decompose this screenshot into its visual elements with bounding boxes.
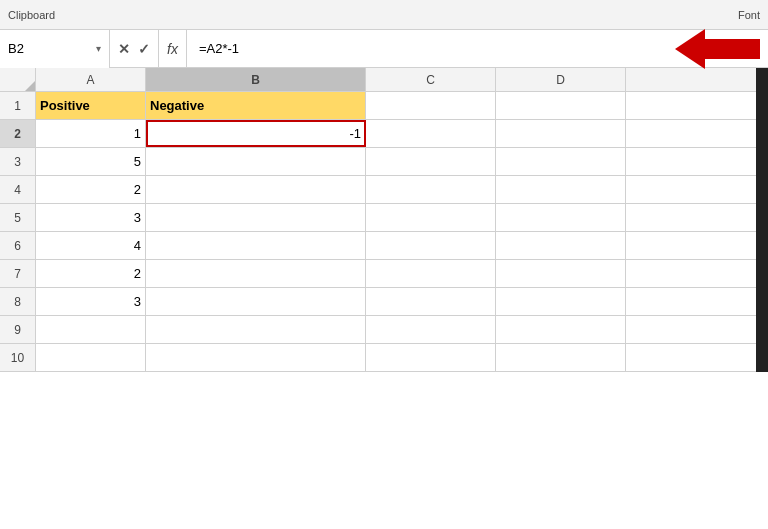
row-num-10: 10 <box>0 344 36 371</box>
row-num-9: 9 <box>0 316 36 343</box>
cell-a1[interactable]: Positive <box>36 92 146 119</box>
cell-a10[interactable] <box>36 344 146 371</box>
col-header-b[interactable]: B <box>146 68 366 91</box>
arrow-tip <box>675 29 705 69</box>
table-row: 4 2 <box>0 176 768 204</box>
cell-b6[interactable] <box>146 232 366 259</box>
fx-label: fx <box>159 30 187 68</box>
cell-d2[interactable] <box>496 120 626 147</box>
clipboard-section-label: Clipboard <box>8 9 55 21</box>
table-row: 7 2 <box>0 260 768 288</box>
cell-b10[interactable] <box>146 344 366 371</box>
cell-e8 <box>626 288 768 315</box>
cell-b9[interactable] <box>146 316 366 343</box>
table-row: 9 <box>0 316 768 344</box>
cell-e3 <box>626 148 768 175</box>
table-row: 6 4 <box>0 232 768 260</box>
cell-d7[interactable] <box>496 260 626 287</box>
formula-controls: ✕ ✓ <box>110 30 159 68</box>
col-header-a[interactable]: A <box>36 68 146 91</box>
cell-a5[interactable]: 3 <box>36 204 146 231</box>
cell-c7[interactable] <box>366 260 496 287</box>
formula-bar: B2 ▾ ✕ ✓ fx =A2*-1 <box>0 30 768 68</box>
confirm-formula-button[interactable]: ✓ <box>138 41 150 57</box>
cell-b7[interactable] <box>146 260 366 287</box>
cell-a3[interactable]: 5 <box>36 148 146 175</box>
col-header-extra <box>626 68 768 91</box>
cell-c1[interactable] <box>366 92 496 119</box>
arrow-shaft <box>705 39 760 59</box>
spreadsheet-grid: A B C D 1 Positive Negative 2 1 -1 3 <box>0 68 768 372</box>
cell-c10[interactable] <box>366 344 496 371</box>
cancel-formula-button[interactable]: ✕ <box>118 41 130 57</box>
cell-d6[interactable] <box>496 232 626 259</box>
table-row: 2 1 -1 <box>0 120 768 148</box>
cell-d10[interactable] <box>496 344 626 371</box>
formula-input-area[interactable]: =A2*-1 <box>187 30 768 68</box>
table-row: 8 3 <box>0 288 768 316</box>
cell-a4[interactable]: 2 <box>36 176 146 203</box>
cell-d3[interactable] <box>496 148 626 175</box>
cell-c5[interactable] <box>366 204 496 231</box>
cell-c3[interactable] <box>366 148 496 175</box>
cell-b1[interactable]: Negative <box>146 92 366 119</box>
row-num-7: 7 <box>0 260 36 287</box>
spreadsheet-container: A B C D 1 Positive Negative 2 1 -1 3 <box>0 68 768 372</box>
formula-text: =A2*-1 <box>199 41 239 56</box>
font-section-label: Font <box>738 9 760 21</box>
red-left-arrow-icon <box>675 29 760 69</box>
cell-a6[interactable]: 4 <box>36 232 146 259</box>
cell-c8[interactable] <box>366 288 496 315</box>
cell-e10 <box>626 344 768 371</box>
table-row: 3 5 <box>0 148 768 176</box>
table-row: 10 <box>0 344 768 372</box>
ribbon-bar: Clipboard Font <box>0 0 768 30</box>
row-num-3: 3 <box>0 148 36 175</box>
cell-d1[interactable] <box>496 92 626 119</box>
cell-reference-box[interactable]: B2 ▾ <box>0 30 110 68</box>
table-row: 1 Positive Negative <box>0 92 768 120</box>
corner-cell <box>0 68 36 91</box>
cell-e6 <box>626 232 768 259</box>
right-edge-bar <box>756 68 768 372</box>
table-row: 5 3 <box>0 204 768 232</box>
column-headers-row: A B C D <box>0 68 768 92</box>
cell-b8[interactable] <box>146 288 366 315</box>
col-header-c[interactable]: C <box>366 68 496 91</box>
cell-c2[interactable] <box>366 120 496 147</box>
formula-arrow-annotation <box>675 29 760 69</box>
cell-ref-dropdown-icon[interactable]: ▾ <box>96 43 101 54</box>
cell-c9[interactable] <box>366 316 496 343</box>
cell-a9[interactable] <box>36 316 146 343</box>
cell-e7 <box>626 260 768 287</box>
row-num-2: 2 <box>0 120 36 147</box>
cell-c4[interactable] <box>366 176 496 203</box>
cell-e4 <box>626 176 768 203</box>
row-num-5: 5 <box>0 204 36 231</box>
cell-e2 <box>626 120 768 147</box>
cell-d4[interactable] <box>496 176 626 203</box>
cell-e1 <box>626 92 768 119</box>
cell-d9[interactable] <box>496 316 626 343</box>
row-num-8: 8 <box>0 288 36 315</box>
cell-c6[interactable] <box>366 232 496 259</box>
cell-e5 <box>626 204 768 231</box>
cell-a7[interactable]: 2 <box>36 260 146 287</box>
cell-b5[interactable] <box>146 204 366 231</box>
cell-b4[interactable] <box>146 176 366 203</box>
row-num-6: 6 <box>0 232 36 259</box>
col-header-d[interactable]: D <box>496 68 626 91</box>
cell-d8[interactable] <box>496 288 626 315</box>
cell-a8[interactable]: 3 <box>36 288 146 315</box>
cell-d5[interactable] <box>496 204 626 231</box>
cell-b2[interactable]: -1 <box>146 120 366 147</box>
cell-b3[interactable] <box>146 148 366 175</box>
row-num-4: 4 <box>0 176 36 203</box>
cell-e9 <box>626 316 768 343</box>
cell-a2[interactable]: 1 <box>36 120 146 147</box>
row-num-1: 1 <box>0 92 36 119</box>
cell-reference-text: B2 <box>8 41 90 56</box>
